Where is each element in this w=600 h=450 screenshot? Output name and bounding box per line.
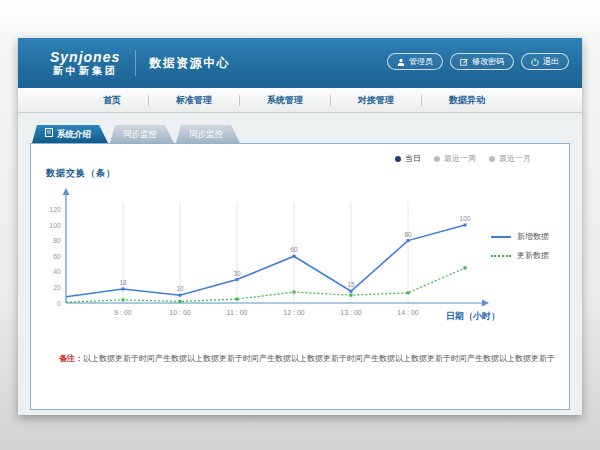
nav-item-home[interactable]: 首页 (76, 94, 148, 107)
svg-text:80: 80 (53, 237, 61, 244)
edit-icon (460, 58, 468, 66)
svg-text:11 : 00: 11 : 00 (227, 309, 248, 316)
content-area: 系统介绍 同步监控 同步监控 当日 最近一周 (18, 113, 582, 415)
tab-sync-monitor-2[interactable]: 同步监控 (176, 125, 240, 143)
tab-label: 同步监控 (123, 126, 157, 143)
time-range-filters: 当日 最近一周 最近一月 (395, 153, 531, 164)
app-window: Synjones 新中新集团 数据资源中心 管理员 修改密码 (18, 38, 582, 415)
logout-button[interactable]: 退出 (521, 53, 569, 70)
page-title: 数据资源中心 (149, 55, 230, 72)
company-logo: Synjones 新中新集团 (50, 50, 120, 77)
filter-last-month[interactable]: 最近一月 (489, 153, 531, 164)
svg-text:14 : 00: 14 : 00 (397, 309, 419, 316)
svg-text:13 : 00: 13 : 00 (340, 309, 362, 316)
footer-note: 备注：以上数据更新于时间产生数据以上数据更新于时间产生数据以上数据更新于时间产生… (59, 353, 571, 364)
change-password-button[interactable]: 修改密码 (450, 53, 514, 70)
app-header: Synjones 新中新集团 数据资源中心 管理员 修改密码 (18, 38, 582, 88)
x-axis-title: 日期（小时） (446, 310, 500, 323)
svg-text:60: 60 (290, 246, 298, 253)
filter-last-week[interactable]: 最近一周 (434, 153, 476, 164)
user-label: 管理员 (409, 56, 433, 67)
chart-panel: 当日 最近一周 最近一月 数据交换（条） 0204060801001209 : … (30, 143, 570, 410)
legend-label: 新增数据 (517, 231, 549, 242)
tab-label: 同步监控 (189, 126, 223, 143)
header-actions: 管理员 修改密码 退出 (387, 53, 569, 70)
radio-dot-icon (434, 156, 440, 162)
filter-label: 当日 (405, 153, 421, 164)
logout-label: 退出 (543, 56, 559, 67)
svg-text:40: 40 (53, 268, 61, 275)
nav-item-system-mgmt[interactable]: 系统管理 (240, 94, 330, 107)
svg-text:80: 80 (404, 231, 412, 238)
power-icon (531, 58, 539, 66)
note-prefix: 备注： (59, 354, 83, 363)
svg-text:10: 10 (176, 285, 184, 292)
tab-sync-monitor-1[interactable]: 同步监控 (110, 125, 174, 143)
solid-line-icon (491, 236, 511, 238)
tab-label: 系统介绍 (57, 126, 91, 143)
svg-text:100: 100 (49, 222, 61, 229)
svg-text:20: 20 (53, 284, 61, 291)
svg-text:10 : 00: 10 : 00 (169, 309, 191, 316)
chart-legend: 新增数据 更新数据 (491, 231, 549, 261)
radio-dot-icon (489, 156, 495, 162)
dotted-line-icon (491, 255, 511, 257)
user-icon (397, 58, 405, 66)
svg-text:60: 60 (53, 253, 61, 260)
y-axis-title: 数据交换（条） (46, 167, 116, 180)
document-icon (45, 126, 53, 143)
filter-label: 最近一月 (499, 153, 531, 164)
filter-today[interactable]: 当日 (395, 153, 421, 164)
line-chart: 0204060801001209 : 0010 : 0011 : 0012 : … (55, 186, 495, 326)
nav-item-standard-mgmt[interactable]: 标准管理 (149, 94, 239, 107)
svg-text:15: 15 (347, 281, 355, 288)
current-user-button[interactable]: 管理员 (387, 53, 443, 70)
logo-text-cn: 新中新集团 (50, 65, 120, 77)
svg-text:30: 30 (233, 270, 241, 277)
tab-system-intro[interactable]: 系统介绍 (32, 125, 108, 143)
radio-dot-icon (395, 156, 401, 162)
legend-label: 更新数据 (517, 250, 549, 261)
main-nav: 首页 标准管理 系统管理 对接管理 数据异动 (18, 88, 582, 113)
logo-text-en: Synjones (50, 50, 120, 65)
svg-text:120: 120 (49, 206, 61, 213)
note-text: 以上数据更新于时间产生数据以上数据更新于时间产生数据以上数据更新于时间产生数据以… (83, 354, 555, 363)
svg-text:18: 18 (119, 279, 127, 286)
legend-item-updated-data: 更新数据 (491, 250, 549, 261)
svg-text:12 : 00: 12 : 00 (283, 309, 305, 316)
legend-item-new-data: 新增数据 (491, 231, 549, 242)
filter-label: 最近一周 (444, 153, 476, 164)
svg-text:9 : 00: 9 : 00 (114, 309, 132, 316)
nav-item-data-change[interactable]: 数据异动 (422, 94, 512, 107)
nav-item-interface-mgmt[interactable]: 对接管理 (331, 94, 421, 107)
svg-text:100: 100 (460, 215, 471, 222)
header-divider (135, 50, 136, 76)
tab-bar: 系统介绍 同步监控 同步监控 (18, 113, 582, 143)
svg-text:0: 0 (57, 300, 61, 307)
change-password-label: 修改密码 (472, 56, 504, 67)
